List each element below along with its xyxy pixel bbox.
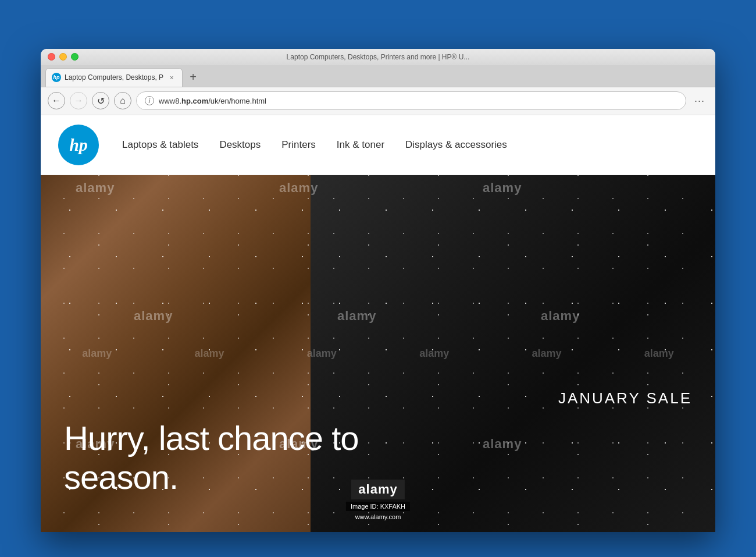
hp-logo[interactable]: hp xyxy=(58,125,99,165)
hp-hero-banner: JANUARY SALE Hurry, last chance to seaso… xyxy=(41,175,715,532)
more-menu-button[interactable]: ··· xyxy=(691,92,708,109)
address-bar[interactable]: i www8.hp.com/uk/en/home.html xyxy=(136,91,686,110)
nav-item-printers[interactable]: Printers xyxy=(281,139,316,151)
forward-button[interactable]: → xyxy=(70,92,87,109)
traffic-lights xyxy=(48,53,79,61)
reload-icon: ↺ xyxy=(97,95,105,107)
alamy-image-id: Image ID: KXFAKH xyxy=(346,502,410,511)
tab-favicon-text: hp xyxy=(54,74,60,80)
alamy-url: www.alamy.com xyxy=(355,513,401,520)
alamy-logo-box: alamy xyxy=(351,480,404,499)
tab-title: Laptop Computers, Desktops, P xyxy=(65,73,163,81)
new-tab-button[interactable]: + xyxy=(185,69,201,86)
hero-sale-label: JANUARY SALE xyxy=(558,389,692,407)
tab-bar: hp Laptop Computers, Desktops, P × + xyxy=(41,65,715,87)
back-icon: ← xyxy=(52,95,61,106)
address-text: www8.hp.com/uk/en/home.html xyxy=(159,97,266,105)
home-button[interactable]: ⌂ xyxy=(114,92,131,109)
title-bar: Laptop Computers, Desktops, Printers and… xyxy=(41,49,715,65)
window-title: Laptop Computers, Desktops, Printers and… xyxy=(48,53,708,61)
forward-icon: → xyxy=(74,95,83,106)
address-domain-bold: hp.com xyxy=(181,97,208,105)
hero-headline-line1: Hurry, last chance to xyxy=(64,419,692,458)
hero-sale-tag: JANUARY SALE xyxy=(64,389,692,407)
hp-website-content: hp Laptops & tablets Desktops Printers I… xyxy=(41,115,715,532)
maximize-window-button[interactable] xyxy=(71,53,79,61)
address-info-icon: i xyxy=(145,96,154,105)
nav-bar: ← → ↺ ⌂ i www8.hp.com/uk/en/home.html ··… xyxy=(41,87,715,115)
reload-button[interactable]: ↺ xyxy=(92,92,109,109)
hp-logo-text: hp xyxy=(69,135,88,155)
close-window-button[interactable] xyxy=(48,53,55,61)
hp-navigation: Laptops & tablets Desktops Printers Ink … xyxy=(122,139,507,151)
nav-item-ink-toner[interactable]: Ink & toner xyxy=(337,139,384,151)
nav-item-laptops[interactable]: Laptops & tablets xyxy=(122,139,198,151)
hp-header: hp Laptops & tablets Desktops Printers I… xyxy=(41,115,715,175)
home-icon: ⌂ xyxy=(120,95,126,106)
tab-close-button[interactable]: × xyxy=(167,73,176,82)
tab-favicon: hp xyxy=(52,73,61,82)
browser-tab[interactable]: hp Laptop Computers, Desktops, P × xyxy=(45,68,183,87)
nav-item-desktops[interactable]: Desktops xyxy=(219,139,261,151)
browser-window: Laptop Computers, Desktops, Printers and… xyxy=(41,49,715,532)
nav-item-displays[interactable]: Displays & accessories xyxy=(405,139,507,151)
alamy-branding: alamy Image ID: KXFAKH www.alamy.com xyxy=(346,480,410,520)
back-button[interactable]: ← xyxy=(48,92,65,109)
minimize-window-button[interactable] xyxy=(59,53,67,61)
